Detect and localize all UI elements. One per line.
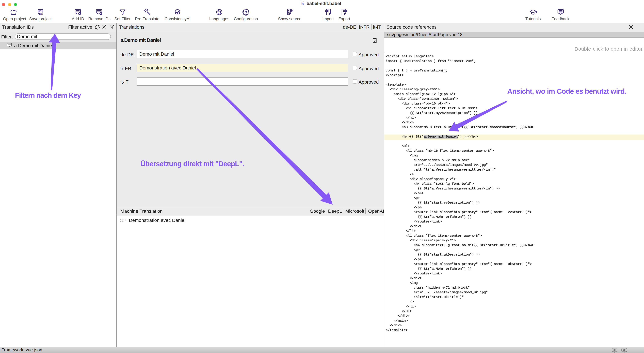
- svg-text:b: b: [301, 2, 304, 6]
